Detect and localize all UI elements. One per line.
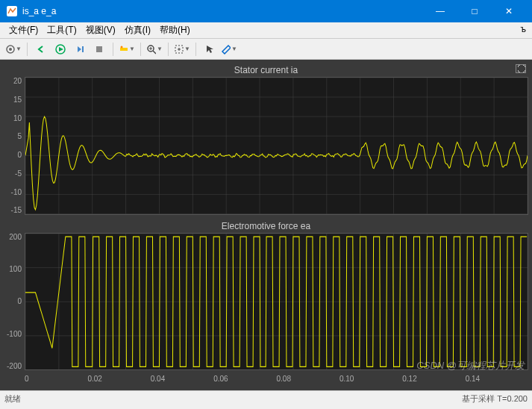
- titlebar: is_a e_a — □ ✕: [0, 0, 532, 22]
- menubar: 文件(F) 工具(T) 视图(V) 仿真(I) 帮助(H) ъ: [0, 22, 532, 39]
- zoom-in-button[interactable]: ▼: [145, 41, 163, 57]
- watermark: CSDN @可编程芯片开发: [416, 359, 525, 372]
- plot-title-1: Stator current ia: [4, 63, 528, 77]
- menu-help[interactable]: 帮助(H): [155, 22, 195, 38]
- highlight-button[interactable]: ▼: [118, 41, 136, 57]
- zoom-box-button[interactable]: ▼: [173, 41, 191, 57]
- toolbar: ▼ ▼ ▼ ▼ ▼: [0, 39, 532, 60]
- back-button[interactable]: [32, 41, 50, 57]
- status-left: 就绪: [4, 393, 462, 405]
- maximize-button[interactable]: □: [457, 0, 492, 22]
- stop-button[interactable]: [90, 41, 108, 57]
- xaxis: 0 0.02 0.04 0.06 0.08 0.10 0.12 0.14: [25, 375, 528, 387]
- status-right: 基于采样 T=0.200: [462, 393, 528, 405]
- menu-view[interactable]: 视图(V): [81, 22, 120, 38]
- menu-tools[interactable]: 工具(T): [43, 22, 81, 38]
- plot-canvas-2[interactable]: [25, 233, 528, 371]
- help-icon[interactable]: ъ: [521, 24, 527, 34]
- measure-button[interactable]: ▼: [220, 41, 238, 57]
- window-title: is_a e_a: [22, 6, 423, 16]
- menu-file[interactable]: 文件(F): [4, 22, 43, 38]
- cursor-button[interactable]: [201, 41, 219, 57]
- plot-title-2: Electromotive force ea: [4, 219, 528, 233]
- yaxis-1: 20 15 10 5 0 -5 -10 -15: [4, 77, 25, 215]
- app-icon: [6, 5, 18, 17]
- svg-rect-6: [120, 48, 128, 51]
- plot-stator-current: Stator current ia 20 15 10 5 0 -5 -10 -1…: [4, 63, 528, 215]
- plot-canvas-1[interactable]: [25, 77, 528, 215]
- statusbar: 就绪 基于采样 T=0.200: [0, 390, 532, 407]
- svg-rect-4: [82, 46, 84, 52]
- plot-emf: Electromotive force ea 200 100 0 -100 -2…: [4, 219, 528, 371]
- svg-rect-5: [96, 46, 102, 52]
- minimize-button[interactable]: —: [423, 0, 457, 22]
- close-button[interactable]: ✕: [492, 0, 526, 22]
- run-button[interactable]: [51, 41, 69, 57]
- plot-maximize-icon[interactable]: ⛶: [516, 64, 526, 73]
- svg-point-7: [121, 46, 123, 48]
- yaxis-2: 200 100 0 -100 -200: [4, 233, 25, 371]
- settings-button[interactable]: ▼: [4, 41, 22, 57]
- menu-simulation[interactable]: 仿真(I): [120, 22, 155, 38]
- svg-point-2: [9, 48, 12, 51]
- scope-content: ⛶ Stator current ia 20 15 10 5 0 -5 -10 …: [0, 60, 532, 390]
- step-button[interactable]: [71, 41, 89, 57]
- svg-line-9: [153, 51, 156, 54]
